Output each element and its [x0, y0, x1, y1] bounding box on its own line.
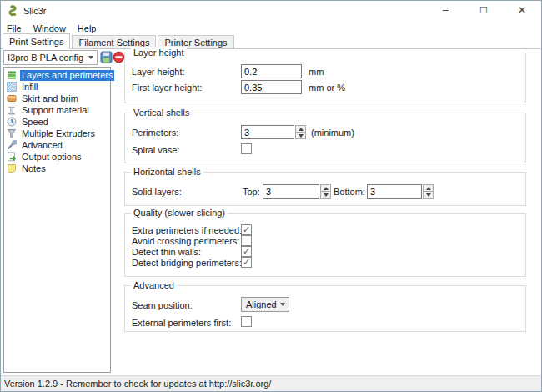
- extruders-icon: [7, 128, 17, 138]
- layer-height-input[interactable]: [241, 64, 302, 78]
- notes-icon: [7, 163, 17, 173]
- external-perimeters-checkbox[interactable]: [241, 316, 252, 327]
- seam-position-label: Seam position:: [132, 299, 193, 312]
- group-vertical-shells: Vertical shells Perimeters: (minimum) Sp…: [124, 113, 526, 163]
- solid-layers-top-spinner[interactable]: [320, 184, 331, 199]
- group-legend: Layer height: [131, 47, 187, 58]
- sidebar-item-support-material[interactable]: Support material: [4, 104, 110, 116]
- chevron-down-icon: [277, 303, 289, 306]
- sidebar-item-label: Layers and perimeters: [20, 70, 114, 81]
- preset-value: I3pro B PLA config: [4, 53, 85, 63]
- group-legend: Advanced: [131, 279, 177, 291]
- sidebar-item-layers-and-perimeters[interactable]: Layers and perimeters: [4, 69, 110, 81]
- group-layer-height: Layer height Layer height: mm First laye…: [124, 53, 526, 103]
- chevron-down-icon: [85, 51, 97, 64]
- external-perimeters-label: External perimeters first:: [132, 317, 231, 329]
- perimeters-input[interactable]: [241, 125, 294, 139]
- layers-icon: [7, 70, 17, 80]
- sidebar-item-label: Skirt and brim: [20, 93, 80, 104]
- perimeters-spinner[interactable]: [295, 125, 306, 139]
- first-layer-height-input[interactable]: [241, 80, 302, 94]
- settings-category-list: Layers and perimeters Infill Skirt and b…: [3, 67, 111, 373]
- sidebar-item-label: Infill: [20, 82, 40, 93]
- spinner-down-icon[interactable]: [423, 191, 434, 199]
- sidebar-item-multiple-extruders[interactable]: Multiple Extruders: [4, 128, 110, 139]
- close-button[interactable]: ✕: [503, 1, 541, 21]
- infill-icon: [7, 82, 17, 92]
- sidebar-item-skirt-and-brim[interactable]: Skirt and brim: [4, 93, 110, 104]
- spiral-vase-label: Spiral vase:: [132, 144, 179, 157]
- settings-tab-bar: Print Settings Filament Settings Printer…: [1, 34, 541, 49]
- solid-layers-label: Solid layers:: [132, 186, 182, 199]
- delete-preset-button[interactable]: [113, 51, 125, 63]
- sidebar-item-speed[interactable]: Speed: [4, 116, 110, 128]
- slic3r-logo-icon: [8, 5, 18, 16]
- preset-select[interactable]: I3pro B PLA config: [3, 50, 98, 65]
- layer-height-label: Layer height:: [132, 66, 185, 78]
- group-legend: Horizontal shells: [131, 166, 203, 178]
- group-legend: Quality (slower slicing): [131, 207, 228, 219]
- sidebar-item-label: Multiple Extruders: [20, 128, 97, 139]
- sidebar-item-label: Output options: [20, 152, 83, 163]
- detect-thin-walls-checkbox[interactable]: ✓: [241, 246, 252, 257]
- window-title: Slic3r: [23, 1, 47, 21]
- maximize-button[interactable]: ☐: [464, 1, 503, 21]
- status-text: Version 1.2.9 - Remember to check for up…: [4, 379, 271, 389]
- seam-position-value: Aligned: [242, 299, 277, 309]
- detect-bridging-label: Detect bridging perimeters:: [132, 257, 242, 269]
- sidebar-item-label: Notes: [20, 163, 48, 174]
- skirt-icon: [7, 93, 17, 103]
- group-quality: Quality (slower slicing) Extra perimeter…: [124, 213, 526, 277]
- first-layer-height-label: First layer height:: [132, 82, 202, 94]
- title-bar: Slic3r – ☐ ✕: [1, 1, 541, 21]
- first-layer-height-unit: mm or %: [309, 82, 345, 94]
- group-horizontal-shells: Horizontal shells Solid layers: Top: Bot…: [124, 172, 526, 206]
- spiral-vase-checkbox[interactable]: [241, 143, 252, 154]
- sidebar-item-advanced[interactable]: Advanced: [4, 139, 110, 151]
- sidebar-item-notes[interactable]: Notes: [4, 163, 110, 174]
- solid-layers-bottom-label: Bottom:: [334, 186, 365, 199]
- perimeters-label: Perimeters:: [132, 127, 178, 139]
- output-icon: [7, 152, 17, 162]
- sidebar-item-infill[interactable]: Infill: [4, 81, 110, 93]
- solid-layers-bottom-input[interactable]: [367, 184, 422, 199]
- group-legend: Vertical shells: [131, 107, 192, 118]
- sidebar-item-output-options[interactable]: Output options: [4, 151, 110, 163]
- spinner-down-icon[interactable]: [295, 132, 306, 139]
- menu-help[interactable]: Help: [78, 21, 103, 35]
- sidebar-item-label: Advanced: [20, 140, 64, 151]
- layer-height-unit: mm: [309, 66, 324, 78]
- tab-print-settings[interactable]: Print Settings: [3, 33, 70, 49]
- extra-perimeters-checkbox[interactable]: ✓: [241, 224, 252, 235]
- wrench-icon: [7, 140, 17, 150]
- menu-bar: File Window Help: [1, 21, 541, 35]
- spinner-down-icon[interactable]: [320, 191, 331, 199]
- detect-bridging-checkbox[interactable]: ✓: [241, 257, 252, 268]
- minimize-button[interactable]: –: [426, 1, 464, 21]
- sidebar-item-label: Speed: [20, 117, 50, 128]
- perimeters-note: (minimum): [311, 127, 354, 139]
- save-preset-button[interactable]: [100, 51, 113, 63]
- solid-layers-top-label: Top:: [243, 186, 260, 199]
- group-advanced: Advanced Seam position: Aligned External…: [124, 285, 526, 332]
- sidebar-item-label: Support material: [20, 105, 91, 116]
- status-bar: Version 1.2.9 - Remember to check for up…: [1, 375, 541, 391]
- slic3r-window: Slic3r – ☐ ✕ File Window Help Print Sett…: [0, 0, 542, 392]
- speed-icon: [7, 117, 17, 127]
- seam-position-select[interactable]: Aligned: [241, 297, 289, 312]
- support-icon: [7, 105, 17, 115]
- avoid-crossing-checkbox[interactable]: [241, 235, 252, 246]
- solid-layers-bottom-spinner[interactable]: [423, 184, 434, 199]
- solid-layers-top-input[interactable]: [263, 184, 319, 199]
